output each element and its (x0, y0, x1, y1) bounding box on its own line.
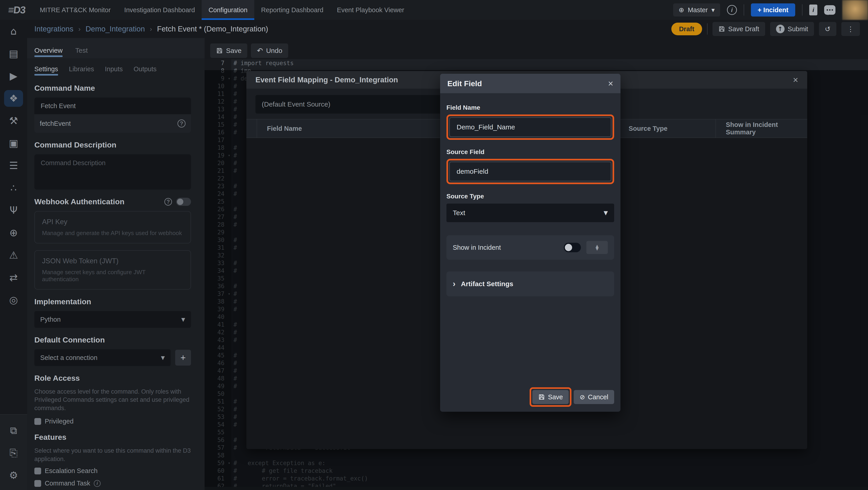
save-draft-label: Save Draft (728, 25, 759, 33)
sidebar-item-playbook[interactable]: ▶ (0, 65, 27, 87)
subtab-libraries[interactable]: Libraries (69, 65, 94, 76)
nav-item-4[interactable]: Event Playbook Viewer (330, 0, 411, 20)
caret-down-icon: ▼ (161, 355, 165, 361)
add-connection-button[interactable]: + (175, 350, 191, 366)
tab-overview[interactable]: Overview (34, 47, 63, 58)
history-button[interactable]: ↺ (819, 22, 836, 36)
feature-checkbox-row-1[interactable]: Command Taski (34, 480, 191, 487)
tab-strip: Overview Test (27, 38, 205, 58)
source-type-select[interactable]: Text ▼ (446, 204, 614, 222)
sidebar-item-fingerprint[interactable]: ◎ (0, 289, 27, 311)
breadcrumb-demo-integration[interactable]: Demo_Integration (86, 25, 145, 33)
source-field-input[interactable] (450, 162, 611, 181)
subtab-inputs[interactable]: Inputs (105, 65, 123, 76)
webhook-auth-toggle[interactable] (176, 198, 191, 206)
sidebar-item-windows[interactable]: ⧉ (0, 419, 27, 441)
sidebar-item-incident-report[interactable]: ⚠ (0, 244, 27, 266)
chevron-down-icon: ▾ (711, 6, 715, 14)
privileged-checkbox-row[interactable]: Privileged (34, 417, 191, 425)
event-source-value: (Default Event Source) (262, 100, 330, 108)
help-icon[interactable]: ? (164, 198, 172, 206)
breadcrumb-integrations[interactable]: Integrations (34, 25, 73, 33)
show-in-incident-toggle[interactable] (564, 243, 581, 252)
editor-undo-button[interactable]: ↶ Undo (251, 44, 288, 58)
column-header-field-name: Field Name (256, 119, 469, 138)
home-icon: ⌂ (10, 25, 17, 37)
submit-button[interactable]: ↑ Submit (770, 22, 814, 36)
sidebar-item-cases[interactable]: ▣ (0, 132, 27, 154)
command-id-value: fetchEvent (40, 120, 71, 127)
feature-checkbox-row-0[interactable]: Escalation Search (34, 467, 191, 474)
add-incident-button[interactable]: + Incident (751, 3, 795, 17)
jwt-card[interactable]: JSON Web Token (JWT) Manage secret keys … (34, 250, 191, 290)
sidebar-item-tools[interactable]: ⚒ (0, 110, 27, 132)
api-key-card[interactable]: API Key Manage and generate the API keys… (34, 211, 191, 243)
incident-order-stepper[interactable]: ▲ ▼ (586, 241, 608, 254)
undo-icon: ↶ (257, 47, 263, 55)
connection-select[interactable]: Select a connection ▼ (34, 349, 170, 366)
org-folder-icon: ⎘ (9, 447, 18, 459)
modal-title: Edit Field (447, 79, 482, 88)
checkbox-icon[interactable] (34, 480, 41, 487)
modal-cancel-button[interactable]: ⊘ Cancel (574, 390, 614, 404)
top-nav: ≡D3 MITRE ATT&CK MonitorInvestigation Da… (0, 0, 868, 20)
api-key-desc: Manage and generate the API keys used fo… (42, 230, 183, 237)
feature-label: Escalation Search (45, 467, 98, 474)
divider (802, 4, 802, 16)
tab-test[interactable]: Test (75, 47, 88, 58)
subtab-settings[interactable]: Settings (34, 65, 58, 76)
sidebar-item-link-graph[interactable]: ∴ (0, 177, 27, 199)
field-name-input[interactable] (450, 117, 611, 137)
chat-icon[interactable] (824, 5, 835, 15)
command-name-input[interactable] (34, 97, 191, 114)
info-icon[interactable]: i (94, 480, 101, 487)
source-type-value: Text (453, 209, 465, 217)
sidebar-item-integrations[interactable]: ❖ (0, 87, 27, 110)
panel-title: Event Field Mapping - Demo_Integration (255, 76, 398, 84)
avatar[interactable] (842, 0, 868, 20)
release-notes-icon[interactable]: i (809, 4, 817, 16)
modal-close-icon[interactable]: × (608, 79, 613, 88)
nav-item-0[interactable]: MITRE ATT&CK Monitor (33, 0, 118, 20)
breadcrumb-actions: Draft Save Draft ↑ Submit ↺ ⋮ (671, 22, 868, 36)
line-number: 7 (205, 59, 231, 67)
broadcast-icon: Ψ (10, 204, 18, 216)
implementation-select[interactable]: Python ▼ (34, 311, 191, 328)
info-icon[interactable]: i (727, 5, 737, 15)
sidebar-item-database[interactable]: ☰ (0, 154, 27, 177)
subtab-outputs[interactable]: Outputs (133, 65, 157, 76)
help-icon[interactable]: ? (178, 119, 186, 127)
panel-close-icon[interactable]: × (793, 75, 798, 84)
save-draft-button[interactable]: Save Draft (712, 22, 765, 36)
sidebar-item-settings-gear[interactable]: ⚙ (0, 464, 27, 486)
features-desc: Select where you want to use this comman… (34, 446, 191, 463)
command-description-input[interactable]: Command Description (34, 154, 191, 190)
code-line[interactable]: 7# import requests (205, 59, 868, 67)
command-name-heading: Command Name (34, 84, 191, 92)
sidebar-item-broadcast[interactable]: Ψ (0, 199, 27, 222)
artifact-settings-accordion[interactable]: › Artifact Settings (446, 271, 614, 296)
breadcrumb-separator: › (150, 25, 152, 33)
more-options-button[interactable]: ⋮ (841, 22, 860, 36)
modal-save-button[interactable]: Save (532, 390, 569, 404)
tools-icon: ⚒ (9, 115, 18, 126)
code-text: # import requests (231, 60, 293, 66)
checkbox-icon[interactable] (34, 418, 41, 425)
event-source-select[interactable]: (Default Event Source) ▼ (255, 95, 470, 114)
editor-save-button[interactable]: Save (210, 44, 247, 58)
role-access-desc: Choose access level for the command. Onl… (34, 387, 191, 412)
nav-item-3[interactable]: Reporting Dashboard (254, 0, 330, 20)
sidebar-item-org-folder[interactable]: ⎘ (0, 441, 27, 464)
sidebar-item-utilities[interactable]: ⊕ (0, 222, 27, 244)
checkbox-icon[interactable] (34, 468, 41, 474)
rail-bottom-items: ⧉⎘⚙ (0, 414, 27, 490)
nav-item-2[interactable]: Configuration (202, 0, 254, 20)
sidebar-item-sync[interactable]: ⇄ (0, 266, 27, 289)
app-screen: ≡D3 MITRE ATT&CK MonitorInvestigation Da… (0, 0, 868, 490)
site-selector[interactable]: ⊕ Master ▾ (673, 3, 720, 17)
stepper-down-icon[interactable]: ▼ (596, 248, 598, 251)
sidebar-item-home[interactable]: ⌂ (0, 20, 27, 42)
sidebar-item-investigation-dashboard[interactable]: ▤ (0, 42, 27, 65)
jwt-title: JSON Web Token (JWT) (42, 257, 183, 265)
nav-item-1[interactable]: Investigation Dashboard (118, 0, 202, 20)
